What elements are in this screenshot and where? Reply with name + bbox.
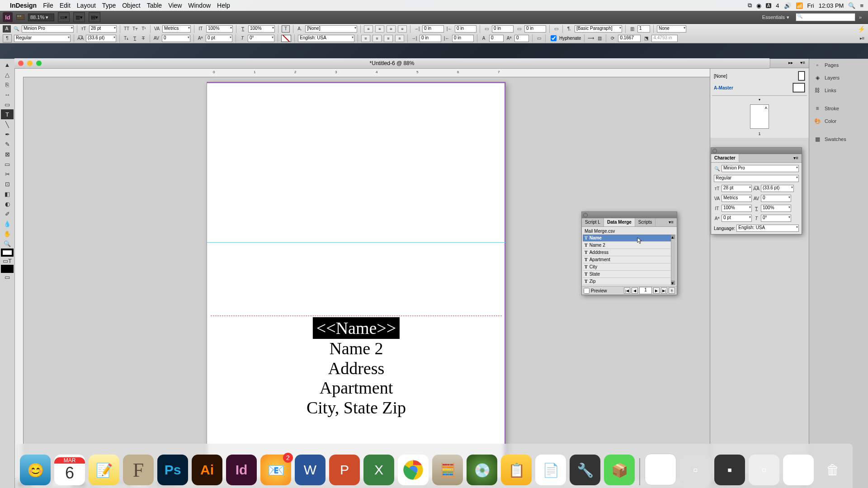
menu-window[interactable]: Window — [188, 2, 211, 9]
dock-trash[interactable]: 🗑 — [817, 455, 848, 485]
drop-chars-field[interactable]: 0 — [514, 35, 529, 42]
language-field[interactable]: English: USA — [298, 35, 354, 42]
vertical-ruler[interactable] — [15, 77, 24, 479]
char-vscale[interactable]: 100% — [722, 205, 752, 212]
page-thumbnail-1[interactable]: ▾ A 1 — [712, 98, 807, 136]
preview-checkbox[interactable] — [584, 288, 590, 294]
baseline-field[interactable]: 0 pt — [206, 35, 232, 42]
horizontal-ruler[interactable]: 01234567 — [23, 69, 710, 77]
type-tool[interactable]: T — [1, 109, 14, 119]
dock-acrobat[interactable]: 📄 — [535, 455, 566, 485]
vscale-field[interactable]: 100% — [206, 25, 233, 33]
justify-left[interactable]: ≡ — [361, 35, 370, 42]
char-leading[interactable]: (33.6 pt) — [761, 185, 794, 192]
justify-center[interactable]: ≡ — [373, 35, 382, 42]
dock-disc[interactable]: 💿 — [467, 455, 497, 485]
char-hscale[interactable]: 100% — [761, 205, 791, 212]
gap-tool[interactable]: ↔ — [1, 89, 14, 99]
dock-illustrator[interactable]: Ai — [192, 455, 222, 485]
strip-swatches[interactable]: ▦Swatches — [809, 133, 868, 145]
menu-edit[interactable]: Edit — [60, 2, 71, 9]
dock-min-5[interactable]: ▫ — [783, 455, 814, 485]
menu-object[interactable]: Object — [122, 2, 140, 9]
nav-page-field[interactable]: 1 — [639, 287, 652, 294]
zoom-window[interactable] — [36, 61, 42, 66]
dock-calendar[interactable]: MAR6 — [54, 455, 85, 485]
char-panel-menu-icon[interactable]: ▾≡ — [790, 154, 802, 162]
line-tool[interactable]: ╲ — [1, 119, 14, 129]
drop-lines-field[interactable]: 0 — [489, 35, 504, 42]
font-style-field[interactable]: Regular — [14, 35, 71, 42]
dock-outlook[interactable]: 📧2 — [260, 455, 291, 485]
char-panel-drag[interactable] — [711, 148, 802, 154]
wifi-icon[interactable]: 📶 — [796, 2, 803, 9]
field-city[interactable]: TCity — [583, 263, 676, 271]
field-address[interactable]: TAdddress — [583, 249, 676, 256]
tracking-field[interactable]: 0 — [162, 35, 190, 42]
workspace-switcher[interactable]: Essentials ▾ — [762, 14, 789, 20]
clock-day[interactable]: Fri — [807, 2, 814, 9]
dropbox-icon[interactable]: ⧉ — [748, 2, 752, 9]
tab-data-merge[interactable]: Data Merge — [604, 218, 635, 226]
minimize-window[interactable] — [27, 61, 33, 66]
dock-powerpoint[interactable]: P — [329, 455, 360, 485]
char-kerning[interactable]: Metrics — [722, 195, 752, 202]
menu-help[interactable]: Help — [217, 2, 230, 9]
hand-tool[interactable]: ✋ — [1, 229, 14, 239]
smallcaps-icon[interactable]: Tᴛ — [132, 26, 138, 32]
hyphenate-checkbox[interactable]: Hyphenate — [549, 34, 581, 42]
data-merge-panel[interactable]: Script L Data Merge Scripts ▾≡ Mail Merg… — [581, 211, 677, 295]
strip-pages[interactable]: ▫Pages — [809, 59, 868, 71]
dock-notes[interactable]: 📝 — [89, 455, 119, 485]
direct-selection-tool[interactable]: △ — [1, 70, 14, 80]
apply-color[interactable] — [1, 265, 14, 273]
dock-archive[interactable]: 📦 — [604, 455, 635, 485]
kerning-field[interactable]: Metrics — [162, 25, 191, 33]
left-indent-field[interactable]: 0 in — [422, 25, 444, 33]
dm-scrollbar[interactable]: ▴▾ — [671, 235, 676, 285]
stroke-field[interactable]: None — [657, 25, 686, 33]
leading-field[interactable]: (33.6 pt) — [86, 35, 116, 42]
dock-stickies[interactable]: 📋 — [501, 455, 532, 485]
dock-min-2[interactable]: ▫ — [680, 455, 711, 485]
content-collector-tool[interactable]: ▭ — [1, 99, 14, 109]
spotlight-icon[interactable]: 🔍 — [848, 2, 855, 9]
nav-next[interactable]: ▶ — [653, 287, 660, 294]
shear-field[interactable]: 4.4793 in — [651, 35, 678, 42]
char-panel-close[interactable] — [712, 149, 717, 153]
free-transform-tool[interactable]: ⊡ — [1, 179, 14, 189]
dock-word[interactable]: W — [295, 455, 326, 485]
last-indent-field[interactable]: 0 in — [452, 35, 474, 42]
panel-menu-icon[interactable]: ▾≡ — [797, 59, 809, 68]
gradient-swatch-tool[interactable]: ◧ — [1, 189, 14, 199]
panel-drag-bar[interactable] — [582, 212, 677, 218]
justify-all[interactable]: ≡ — [395, 35, 404, 42]
dock-finder[interactable]: 😊 — [20, 455, 51, 485]
tab-character[interactable]: Character — [711, 154, 739, 162]
char-tracking[interactable]: 0 — [761, 195, 791, 202]
nav-prev[interactable]: ◀ — [632, 287, 638, 294]
scissors-tool[interactable]: ✂ — [1, 169, 14, 179]
help-search[interactable] — [796, 13, 855, 21]
dock-indesign[interactable]: Id — [226, 455, 257, 485]
rotation-field[interactable]: 0.1667 — [618, 35, 641, 42]
stroke-box[interactable] — [281, 35, 291, 42]
expand-icon[interactable]: » — [859, 14, 865, 20]
dock-min-1[interactable]: ▫ — [645, 454, 676, 485]
space-before-field[interactable]: 0 in — [492, 25, 514, 33]
pencil-tool[interactable]: ✎ — [1, 139, 14, 149]
menu-type[interactable]: Type — [102, 2, 116, 9]
dock-min-3[interactable]: ▪ — [714, 455, 745, 485]
first-indent-field[interactable]: 0 in — [455, 25, 476, 33]
page-spread[interactable]: <<Name>> Name 2 Address Apartment City, … — [207, 82, 505, 488]
space-after-field[interactable]: 0 in — [524, 25, 546, 33]
panel-close-icon[interactable] — [583, 213, 588, 217]
quick-apply-icon[interactable]: ⚡ — [858, 25, 865, 33]
character-panel[interactable]: Character▾≡ 🔍Minion Pro Regular тТ28 pt … — [711, 147, 802, 235]
fill-box[interactable]: T — [282, 25, 290, 33]
strip-stroke[interactable]: ≡Stroke — [809, 102, 868, 115]
char-style-field[interactable]: [None] — [305, 25, 357, 33]
field-name[interactable]: TNameA — [583, 235, 676, 242]
char-size[interactable]: 28 pt — [722, 185, 752, 192]
tab-script-label[interactable]: Script L — [582, 218, 604, 226]
